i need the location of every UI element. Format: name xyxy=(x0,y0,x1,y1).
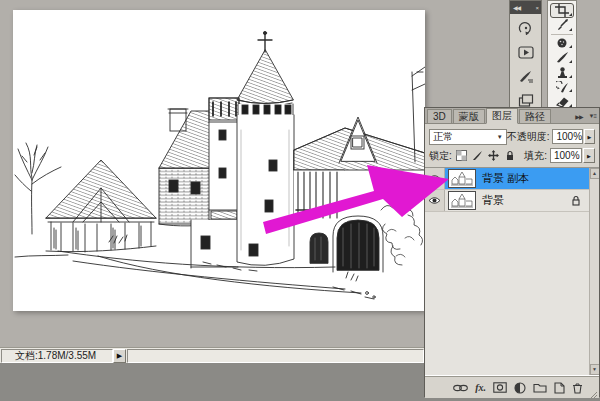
layer-list: 背景 副本 背景 ▲ ▼ xyxy=(425,167,599,376)
lock-transparency-icon[interactable] xyxy=(455,149,469,163)
layer-lock-icon xyxy=(571,195,581,206)
tab-layers[interactable]: 图层 xyxy=(486,108,518,124)
dock-header: ◀◀ × xyxy=(510,1,541,14)
crop-tool-button[interactable] xyxy=(550,3,574,18)
fill-label: 填充: xyxy=(524,149,547,163)
thumbnail-sketch xyxy=(449,192,475,209)
fill-value-field[interactable]: 100% xyxy=(550,148,582,163)
document-canvas[interactable] xyxy=(13,10,425,311)
layer-visibility-toggle[interactable] xyxy=(425,168,445,189)
new-layer-icon[interactable] xyxy=(554,382,565,394)
layer-style-icon[interactable]: fx. xyxy=(475,382,486,393)
toolbox xyxy=(547,0,577,110)
layer-row-body: 背景 xyxy=(445,190,589,211)
opacity-value-field[interactable]: 100% xyxy=(552,129,583,144)
layer-name: 背景 副本 xyxy=(482,171,529,186)
new-group-icon[interactable] xyxy=(533,382,547,393)
history-panel-icon[interactable] xyxy=(515,19,537,37)
clone-stamp-tool-button[interactable] xyxy=(550,65,574,80)
document-size-text: 文档:1.78M/3.55M xyxy=(15,349,96,363)
brush-tool-button[interactable] xyxy=(550,50,574,65)
thumbnail-sketch xyxy=(449,170,475,187)
lock-image-icon[interactable] xyxy=(471,149,485,163)
tool-presets-panel-icon[interactable] xyxy=(515,67,537,85)
healing-brush-tool-button[interactable] xyxy=(550,36,574,51)
delete-layer-icon[interactable] xyxy=(572,382,583,394)
castle-sketch-drawing xyxy=(13,10,425,311)
blend-mode-select[interactable]: 正常 ▼ xyxy=(429,129,507,145)
layer-name: 背景 xyxy=(482,193,504,208)
document-size-field: 文档:1.78M/3.55M xyxy=(1,349,113,363)
layer-visibility-toggle[interactable] xyxy=(425,190,445,211)
panel-resize-grip[interactable] xyxy=(590,389,598,397)
add-layer-mask-icon[interactable] xyxy=(493,382,507,393)
tab-masks[interactable]: 蒙版 xyxy=(453,109,485,123)
layer-list-scrollbar[interactable]: ▲ ▼ xyxy=(589,168,599,375)
layer-thumbnail[interactable] xyxy=(448,191,476,210)
link-layers-icon[interactable] xyxy=(453,384,468,392)
dock-collapse-button[interactable]: ◀◀ xyxy=(513,4,520,11)
fill-slider-button[interactable]: ▶ xyxy=(583,148,595,163)
layers-panel: 3D 蒙版 图层 路径 ▶▶ ▼≡ 正常 ▼ 不透明度: 100% ▶ 锁定: xyxy=(424,107,600,397)
dock-body xyxy=(510,14,541,109)
panel-menu-button[interactable]: ▼≡ xyxy=(586,109,599,123)
dropdown-arrow-icon: ▼ xyxy=(497,134,503,140)
lock-position-icon[interactable] xyxy=(487,149,501,163)
layer-thumbnail[interactable] xyxy=(448,169,476,188)
lock-all-icon[interactable] xyxy=(503,149,517,163)
screenshot-root: 文档:1.78M/3.55M ▶ ◀◀ × xyxy=(0,0,600,401)
tool-separator xyxy=(551,34,573,35)
panel-collapse-button[interactable]: ▶▶ xyxy=(572,109,585,123)
status-bar-extra-field xyxy=(127,349,424,363)
history-brush-tool-button[interactable] xyxy=(550,80,574,95)
blend-mode-value: 正常 xyxy=(433,130,453,144)
layer-row-background[interactable]: 背景 xyxy=(425,190,589,212)
dock-close-button[interactable]: × xyxy=(535,5,538,11)
eyedropper-tool-button[interactable] xyxy=(550,18,574,33)
adjustment-layer-icon[interactable] xyxy=(514,382,526,394)
status-bar: 文档:1.78M/3.55M ▶ xyxy=(0,347,425,363)
panel-tab-bar: 3D 蒙版 图层 路径 ▶▶ ▼≡ xyxy=(425,108,599,124)
opacity-slider-button[interactable]: ▶ xyxy=(584,129,595,144)
scroll-up-button[interactable]: ▲ xyxy=(590,168,600,179)
scroll-down-button[interactable]: ▼ xyxy=(590,364,600,375)
tab-paths[interactable]: 路径 xyxy=(519,109,551,123)
eye-icon xyxy=(428,174,441,183)
panel-options: 正常 ▼ 不透明度: 100% ▶ 锁定: xyxy=(425,124,599,167)
opacity-label: 不透明度: xyxy=(507,130,550,144)
layers-panel-footer: fx. xyxy=(425,376,599,398)
eye-icon xyxy=(428,196,441,205)
collapsed-panel-dock: ◀◀ × xyxy=(509,0,542,112)
lock-label: 锁定: xyxy=(429,149,452,163)
layer-row-background-copy[interactable]: 背景 副本 xyxy=(425,168,589,190)
layer-row-body: 背景 副本 xyxy=(445,168,589,189)
actions-panel-icon[interactable] xyxy=(515,43,537,61)
status-bar-expand-button[interactable]: ▶ xyxy=(113,349,126,363)
tab-3d[interactable]: 3D xyxy=(427,109,452,123)
